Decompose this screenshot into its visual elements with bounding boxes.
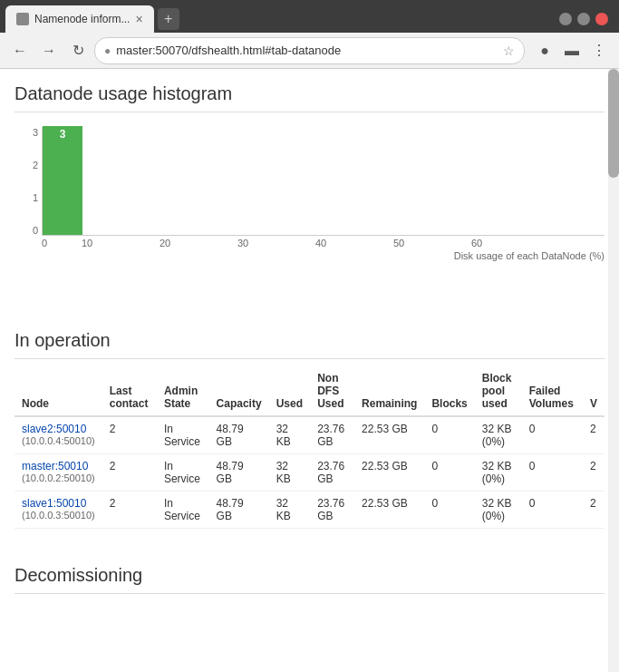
browser-chrome: Namenode inform... × + ← → ↻ ● ☆ ● ▬ ⋮ xyxy=(0,0,619,69)
cell-admin-state: In Service xyxy=(157,492,209,529)
y-tick-2: 2 xyxy=(33,160,38,170)
cell-node: master:50010 (10.0.0.2:50010) xyxy=(15,454,102,492)
cell-node: slave1:50010 (10.0.0.3:50010) xyxy=(15,492,102,529)
cell-blocks: 0 xyxy=(424,416,474,454)
x-tick-30: 30 xyxy=(237,238,315,248)
cell-block-pool-used: 32 KB (0%) xyxy=(475,416,522,454)
table-row: master:50010 (10.0.0.2:50010) 2 In Servi… xyxy=(15,454,604,492)
cell-blocks: 0 xyxy=(424,454,474,492)
node-ip: (10.0.0.4:50010) xyxy=(22,435,95,446)
reload-button[interactable]: ↻ xyxy=(65,38,91,63)
histogram-section: Datanode usage histogram 3 2 1 0 xyxy=(15,69,604,308)
histogram-chart-area: 3 2 1 0 3 xyxy=(15,127,604,261)
y-tick-0: 0 xyxy=(33,225,38,236)
cell-v: 2 xyxy=(583,416,604,454)
cell-failed-volumes: 0 xyxy=(522,454,583,492)
cell-capacity: 48.79 GB xyxy=(209,492,269,529)
col-last-contact: Last contact xyxy=(102,366,157,416)
cell-remaining: 22.53 GB xyxy=(354,492,424,529)
x-tick-60: 60 xyxy=(471,238,549,248)
in-operation-title: In operation xyxy=(15,316,604,359)
col-admin-state: Admin State xyxy=(157,366,209,416)
new-tab-button[interactable]: + xyxy=(158,8,179,30)
decomissioning-title: Decomissioning xyxy=(15,550,604,594)
profile-button[interactable]: ● xyxy=(532,38,557,63)
scrollbar-thumb[interactable] xyxy=(608,69,619,178)
active-tab[interactable]: Namenode inform... × xyxy=(5,5,154,33)
table-body: slave2:50010 (10.0.0.4:50010) 2 In Servi… xyxy=(15,416,604,529)
cell-last-contact: 2 xyxy=(102,454,157,492)
col-block-pool-used: Block pool used xyxy=(475,366,522,416)
tab-title: Namenode inform... xyxy=(34,13,130,25)
x-tick-0: 0 xyxy=(42,238,82,248)
table-row: slave1:50010 (10.0.0.3:50010) 2 In Servi… xyxy=(15,492,604,529)
col-blocks: Blocks xyxy=(424,366,474,416)
col-remaining: Remaining xyxy=(354,366,424,416)
bar-0: 3 xyxy=(43,126,82,235)
in-operation-section: In operation Node Last contact Admin Sta… xyxy=(15,316,604,529)
x-axis: 0 10 20 30 40 50 60 xyxy=(42,238,604,248)
bookmark-icon[interactable]: ☆ xyxy=(503,44,515,58)
node-name[interactable]: master:50010 xyxy=(22,460,95,472)
menu-button[interactable]: ⋮ xyxy=(586,38,612,63)
nav-bar: ← → ↻ ● ☆ ● ▬ ⋮ xyxy=(0,33,619,69)
col-used: Used xyxy=(269,366,311,416)
cell-admin-state: In Service xyxy=(157,416,209,454)
col-node: Node xyxy=(15,366,102,416)
table-row: slave2:50010 (10.0.0.4:50010) 2 In Servi… xyxy=(15,416,604,454)
url-input[interactable] xyxy=(116,44,498,57)
bar-group-0: 3 xyxy=(43,126,82,235)
col-non-dfs-used: Non DFS Used xyxy=(310,366,354,416)
forward-button[interactable]: → xyxy=(36,38,62,63)
tab-bar: Namenode inform... × + xyxy=(0,0,619,33)
chart-area: 3 0 10 20 30 40 50 60 xyxy=(42,127,604,261)
x-tick-20: 20 xyxy=(160,238,237,248)
extensions-button[interactable]: ▬ xyxy=(559,38,585,63)
node-ip: (10.0.0.2:50010) xyxy=(22,472,95,483)
minimize-button[interactable] xyxy=(559,13,572,25)
cell-capacity: 48.79 GB xyxy=(209,454,269,492)
address-bar: ● ☆ xyxy=(94,37,525,64)
chart-label: Disk usage of each DataNode (%) xyxy=(42,250,604,261)
node-ip: (10.0.0.3:50010) xyxy=(22,510,95,521)
cell-last-contact: 2 xyxy=(102,416,157,454)
datanode-table: Node Last contact Admin State Capacity U… xyxy=(15,366,604,529)
page-wrapper: Datanode usage histogram 3 2 1 0 xyxy=(0,69,619,672)
cell-used: 32 KB xyxy=(269,416,311,454)
nav-icons: ● ▬ ⋮ xyxy=(532,38,612,63)
back-button[interactable]: ← xyxy=(7,38,33,63)
cell-node: slave2:50010 (10.0.0.4:50010) xyxy=(15,416,102,454)
maximize-button[interactable] xyxy=(577,13,590,25)
cell-failed-volumes: 0 xyxy=(522,492,583,529)
cell-non-dfs-used: 23.76 GB xyxy=(310,492,354,529)
tab-close-button[interactable]: × xyxy=(135,12,142,26)
page-content: Datanode usage histogram 3 2 1 0 xyxy=(0,69,619,672)
cell-remaining: 22.53 GB xyxy=(354,454,424,492)
tab-favicon xyxy=(16,13,29,25)
x-tick-50: 50 xyxy=(393,238,471,248)
col-capacity: Capacity xyxy=(209,366,269,416)
node-name[interactable]: slave1:50010 xyxy=(22,497,95,510)
y-tick-3: 3 xyxy=(33,127,38,138)
chart-bars: 3 xyxy=(42,127,604,236)
vertical-scrollbar[interactable] xyxy=(608,69,619,672)
decomissioning-section: Decomissioning xyxy=(15,550,604,594)
y-axis: 3 2 1 0 xyxy=(15,127,42,236)
cell-remaining: 22.53 GB xyxy=(354,416,424,454)
cell-blocks: 0 xyxy=(424,492,474,529)
cell-used: 32 KB xyxy=(269,492,311,529)
cell-used: 32 KB xyxy=(269,454,311,492)
cell-non-dfs-used: 23.76 GB xyxy=(310,416,354,454)
lock-icon: ● xyxy=(104,44,111,57)
header-row: Node Last contact Admin State Capacity U… xyxy=(15,366,604,416)
close-button[interactable] xyxy=(595,13,608,25)
cell-capacity: 48.79 GB xyxy=(209,416,269,454)
node-name[interactable]: slave2:50010 xyxy=(22,423,95,435)
histogram-container: 3 2 1 0 3 xyxy=(15,127,604,308)
cell-admin-state: In Service xyxy=(157,454,209,492)
bar-value-0: 3 xyxy=(60,126,66,141)
col-v: V xyxy=(583,366,604,416)
cell-block-pool-used: 32 KB (0%) xyxy=(475,454,522,492)
histogram-title: Datanode usage histogram xyxy=(15,69,604,112)
col-failed-volumes: Failed Volumes xyxy=(522,366,583,416)
